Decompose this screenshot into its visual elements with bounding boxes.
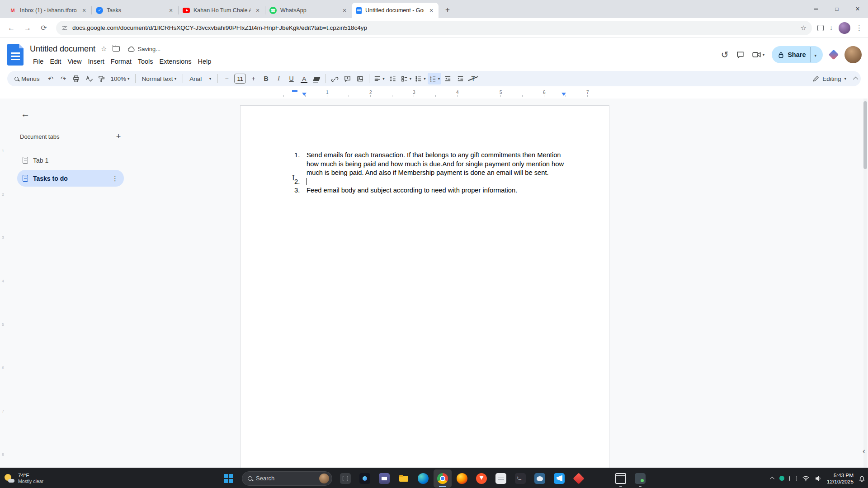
window-close-button[interactable]: × xyxy=(847,0,868,18)
new-tab-button[interactable]: + xyxy=(441,4,454,16)
left-indent-marker[interactable] xyxy=(302,93,307,96)
paragraph-style-select[interactable]: Normal text ▾ xyxy=(138,73,180,84)
edge-button[interactable] xyxy=(414,469,432,488)
add-tab-icon[interactable]: + xyxy=(113,131,124,142)
paint-format-button[interactable] xyxy=(95,73,108,84)
decrease-indent-button[interactable] xyxy=(442,73,454,84)
menus-search-button[interactable]: Menus xyxy=(12,73,44,84)
menu-edit[interactable]: Edit xyxy=(47,57,64,66)
menu-view[interactable]: View xyxy=(64,57,85,66)
decrease-font-size-button[interactable]: − xyxy=(221,73,233,84)
menu-tools[interactable]: Tools xyxy=(135,57,156,66)
menu-help[interactable]: Help xyxy=(195,57,215,66)
wifi-icon[interactable] xyxy=(802,475,810,482)
brave-button[interactable] xyxy=(472,469,491,488)
document-content[interactable]: 1. Send emails for each transaction. If … xyxy=(241,106,609,195)
bulleted-list-button[interactable]: ▾ xyxy=(413,73,427,84)
browser-tab-whatsapp[interactable]: WhatsApp × xyxy=(265,3,352,18)
list-item-2[interactable]: 2. xyxy=(284,178,566,187)
vscode-button[interactable] xyxy=(550,469,568,488)
browser-tab-youtube[interactable]: Kahan Ho Tum Chale Aao [Lyric × xyxy=(178,3,265,18)
site-info-icon[interactable] xyxy=(61,25,68,31)
open-window-button-2[interactable] xyxy=(631,469,649,488)
line-spacing-button[interactable] xyxy=(387,73,399,84)
file-explorer-button[interactable] xyxy=(395,469,413,488)
document-page[interactable]: 1. Send emails for each transaction. If … xyxy=(240,105,609,468)
back-icon[interactable]: ← xyxy=(5,21,18,35)
weather-widget[interactable]: 74°F Mostly clear xyxy=(4,468,43,488)
highlight-color-button[interactable] xyxy=(311,73,323,84)
text-color-button[interactable]: A xyxy=(298,73,310,84)
tab-close-icon[interactable]: × xyxy=(80,7,88,14)
checklist-button[interactable]: ▾ xyxy=(399,73,413,84)
bookmark-star-icon[interactable]: ☆ xyxy=(801,24,807,32)
browser-tab-gmail[interactable]: Inbox (1) - ishann.tforce@gmai × xyxy=(5,3,91,18)
browser-tab-docs-active[interactable]: Untitled document - Google Do × xyxy=(352,3,439,18)
google-docs-logo[interactable] xyxy=(7,44,24,66)
extensions-icon[interactable] xyxy=(817,25,824,31)
increase-font-size-button[interactable]: + xyxy=(247,73,259,84)
start-button[interactable] xyxy=(220,469,238,488)
terminal-button[interactable] xyxy=(511,469,529,488)
touch-keyboard-icon[interactable] xyxy=(789,476,797,481)
horizontal-ruler[interactable]: 1 2 3 4 5 6 7 xyxy=(0,89,868,99)
scrollbar-thumb[interactable] xyxy=(863,101,867,169)
mail-app-button[interactable] xyxy=(375,469,393,488)
add-comment-button[interactable] xyxy=(341,73,354,84)
taskbar-search[interactable]: Search xyxy=(242,471,332,486)
tab-options-icon[interactable]: ⋮ xyxy=(112,174,118,183)
url-omnibox[interactable]: docs.google.com/document/d/1IlCRHsXQCY-J… xyxy=(56,21,812,35)
comments-icon[interactable] xyxy=(736,51,745,59)
diamond-app-button[interactable] xyxy=(570,469,588,488)
editing-mode-button[interactable]: Editing ▾ xyxy=(809,74,850,84)
menu-extensions[interactable]: Extensions xyxy=(156,57,195,66)
list-item-1[interactable]: 1. Send emails for each transaction. If … xyxy=(284,151,566,178)
menu-file[interactable]: File xyxy=(30,57,47,66)
font-size-input[interactable]: 11 xyxy=(234,74,246,84)
copilot-button[interactable] xyxy=(356,469,374,488)
sidebar-item-tasks-to-do[interactable]: Tasks to do ⋮ xyxy=(17,170,124,187)
collapse-toolbar-icon[interactable] xyxy=(853,77,858,82)
document-title[interactable]: Untitled document xyxy=(30,44,95,54)
numbered-list-button[interactable]: 1.2.3. ▾ xyxy=(428,73,442,84)
tab-close-icon[interactable]: × xyxy=(167,7,175,14)
forward-icon[interactable]: → xyxy=(21,21,34,35)
downloads-icon[interactable]: ↓ xyxy=(829,25,833,31)
window-minimize-button[interactable] xyxy=(806,0,826,18)
print-button[interactable] xyxy=(70,73,82,84)
volume-icon[interactable] xyxy=(815,475,822,482)
browser-profile-avatar[interactable] xyxy=(839,22,850,34)
spellcheck-button[interactable] xyxy=(83,73,95,84)
notifications-bell-icon[interactable] xyxy=(859,475,865,482)
account-avatar[interactable] xyxy=(844,46,862,63)
clear-formatting-button[interactable]: T xyxy=(467,73,479,84)
menu-insert[interactable]: Insert xyxy=(85,57,108,66)
menu-format[interactable]: Format xyxy=(108,57,135,66)
tab-close-icon[interactable]: × xyxy=(341,7,348,14)
insert-image-button[interactable] xyxy=(354,73,366,84)
zoom-select[interactable]: 100% ▾ xyxy=(108,73,132,84)
tray-app-icon[interactable] xyxy=(779,476,784,481)
insert-link-button[interactable] xyxy=(329,73,341,84)
window-maximize-button[interactable]: □ xyxy=(826,0,847,18)
move-folder-icon[interactable] xyxy=(113,46,120,52)
meet-presentation-button[interactable]: ▾ xyxy=(752,51,765,59)
close-tabs-panel-button[interactable]: ← xyxy=(16,105,34,123)
clock-widget[interactable]: 5:43 PM 12/10/2025 xyxy=(827,472,854,485)
reload-icon[interactable]: ⟳ xyxy=(37,21,51,35)
italic-button[interactable]: I xyxy=(273,73,285,84)
browser-menu-icon[interactable]: ⋮ xyxy=(856,24,863,32)
sidebar-item-tab1[interactable]: Tab 1 xyxy=(17,152,124,169)
gemini-icon[interactable] xyxy=(829,50,839,60)
pgadmin-button[interactable] xyxy=(531,469,549,488)
notes-app-button[interactable] xyxy=(492,469,510,488)
task-view-button[interactable] xyxy=(336,469,354,488)
version-history-icon[interactable]: ↺ xyxy=(721,49,729,60)
tab-close-icon[interactable]: × xyxy=(428,7,435,14)
right-indent-marker[interactable] xyxy=(561,93,566,96)
share-dropdown[interactable]: ▾ xyxy=(810,47,821,62)
url-text[interactable]: docs.google.com/document/d/1IlCRHsXQCY-J… xyxy=(72,24,796,31)
chrome-button[interactable] xyxy=(434,469,452,488)
font-select[interactable]: Arial ▾ xyxy=(186,73,215,84)
browser-tab-tasks[interactable]: Tasks × xyxy=(91,3,178,18)
